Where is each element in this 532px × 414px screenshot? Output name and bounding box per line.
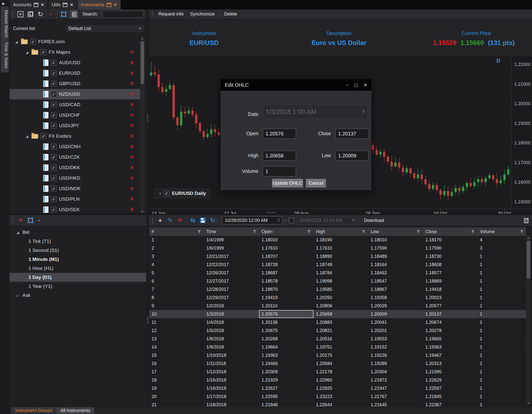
- table-cell[interactable]: 1/15/2018: [204, 376, 259, 384]
- table-cell[interactable]: 1.20309: [259, 368, 313, 376]
- remove-instrument-icon[interactable]: ✕: [130, 81, 134, 87]
- table-cell[interactable]: 21: [149, 401, 204, 407]
- table-cell[interactable]: 1: [477, 335, 526, 343]
- table-cell[interactable]: 1.18687: [259, 269, 313, 277]
- filter-icon[interactable]: [362, 230, 365, 233]
- remove-instrument-icon[interactable]: ✕: [130, 91, 134, 97]
- expander-icon[interactable]: ▷: [16, 294, 20, 297]
- vertical-splitter[interactable]: [146, 9, 149, 407]
- table-cell[interactable]: 1.20806: [313, 302, 368, 310]
- drag-grip-icon[interactable]: [12, 11, 13, 17]
- table-cell[interactable]: 1/4/2018: [204, 318, 259, 326]
- table-row[interactable]: 191/16/20181.226271.228251.219471.225971: [149, 384, 526, 393]
- instrument-tree-item[interactable]: ◢✓FX Majors✕: [9, 47, 140, 57]
- period-tree-item[interactable]: 1 Year (Y1): [9, 282, 146, 291]
- table-cell[interactable]: 12: [149, 327, 204, 335]
- table-cell[interactable]: 17: [149, 368, 204, 376]
- table-cell[interactable]: 1.20136: [259, 318, 313, 326]
- remove-instrument-icon[interactable]: ✕: [130, 196, 134, 202]
- table-cell[interactable]: 1.20516: [313, 335, 368, 343]
- instrument-tree-item[interactable]: ◢✓FX Exotics✕: [9, 131, 140, 141]
- expander-icon[interactable]: ◢: [16, 231, 20, 234]
- delete-period-button[interactable]: ✕: [17, 217, 24, 224]
- expander-icon[interactable]: ◢: [15, 40, 19, 44]
- table-cell[interactable]: 1.20577: [423, 302, 477, 310]
- table-cell[interactable]: 1: [477, 302, 526, 310]
- table-cell[interactable]: 19: [149, 384, 204, 392]
- table-row[interactable]: 412/22/20171.187281.187481.181641.186081: [149, 261, 526, 269]
- table-cell[interactable]: 1/8/2018: [204, 335, 259, 343]
- series-checkbox[interactable]: ✓: [164, 190, 170, 196]
- select-instruments-button[interactable]: [60, 10, 67, 18]
- table-cell[interactable]: 1.19665: [423, 335, 477, 343]
- instrument-tree-item[interactable]: ✓NZD/USD✕: [9, 89, 140, 99]
- table-row[interactable]: 171/12/20181.203091.221781.203041.219951: [149, 368, 526, 376]
- table-cell[interactable]: 1/5/2018: [204, 327, 259, 335]
- remove-instrument-icon[interactable]: ✕: [130, 102, 134, 108]
- scroll-down-icon[interactable]: ▼: [526, 401, 531, 405]
- table-cell[interactable]: 1.18010: [259, 236, 313, 244]
- checkbox[interactable]: ✓: [51, 123, 57, 129]
- table-cell[interactable]: 1/4/1999: [204, 236, 259, 244]
- table-cell[interactable]: 1.18869: [423, 277, 477, 285]
- instrument-tree-item[interactable]: ✓USD/DKK✕: [9, 162, 140, 173]
- table-cell[interactable]: 1: [477, 285, 526, 293]
- minimize-icon[interactable]: –: [346, 82, 348, 88]
- table-cell[interactable]: 1.21846: [259, 401, 313, 407]
- table-row[interactable]: 812/29/20171.194191.202501.193581.200231: [149, 294, 526, 302]
- period-tree-item[interactable]: ◢Bid: [9, 228, 146, 237]
- table-cell[interactable]: 1.19418: [423, 285, 477, 293]
- table-cell[interactable]: 1: [477, 384, 526, 392]
- table-cell[interactable]: 20: [149, 393, 204, 401]
- table-cell[interactable]: 1: [477, 269, 526, 277]
- table-cell[interactable]: 11: [149, 318, 204, 326]
- table-row[interactable]: 111/4/20181.201361.208831.200411.206741: [149, 318, 526, 327]
- update-ohlc-button[interactable]: Update OHLC: [272, 179, 303, 187]
- table-row[interactable]: 161/11/20181.194661.205841.192891.203131: [149, 360, 526, 368]
- table-cell[interactable]: 1: [477, 277, 526, 285]
- instrument-tree-item[interactable]: ✓USD/JPY✕: [9, 120, 140, 131]
- tab-all-instruments[interactable]: All Instruments: [56, 407, 94, 414]
- period-tree-item[interactable]: ▷Ask: [9, 291, 146, 300]
- checkbox[interactable]: ✓: [40, 49, 46, 55]
- instrument-tree-item[interactable]: ✓AUD/USD✕: [9, 57, 140, 68]
- table-cell[interactable]: 1.17590: [368, 244, 423, 252]
- edit-row-button[interactable]: ✎: [166, 217, 174, 224]
- instrument-tree-item[interactable]: ✓USD/NOK✕: [9, 183, 140, 194]
- table-cell[interactable]: 1.21947: [368, 384, 423, 392]
- instrument-tree-item[interactable]: ✓GBP/USD✕: [9, 78, 140, 89]
- volume-field[interactable]: [263, 166, 296, 176]
- table-cell[interactable]: 1.17590: [423, 244, 477, 252]
- table-cell[interactable]: 1.20137: [423, 310, 477, 318]
- remove-instrument-icon[interactable]: ✕: [130, 60, 134, 66]
- table-cell[interactable]: 12/22/2017: [204, 261, 259, 269]
- calendar-picker-icon[interactable]: ⠿: [277, 218, 280, 223]
- table-row[interactable]: 512/26/20171.186871.187841.184621.185771: [149, 269, 526, 277]
- chevron-down-icon[interactable]: ▾: [159, 192, 161, 195]
- table-cell[interactable]: 1.18728: [259, 261, 313, 269]
- table-cell[interactable]: 1/9/2018: [204, 343, 259, 351]
- table-cell[interactable]: 1.21929: [259, 376, 313, 384]
- table-cell[interactable]: 5: [149, 269, 204, 277]
- table-cell[interactable]: 1.20041: [368, 318, 423, 326]
- refresh-button[interactable]: ↻: [37, 10, 44, 18]
- table-cell[interactable]: 1.20201: [368, 327, 423, 335]
- tab-close-icon[interactable]: ✕: [70, 2, 73, 7]
- close-field[interactable]: [335, 129, 369, 139]
- filter-icon[interactable]: [253, 230, 256, 233]
- low-value[interactable]: [336, 153, 368, 159]
- table-cell[interactable]: 1.21845: [423, 393, 477, 401]
- instrument-tree-item[interactable]: ✓USD/SEK✕: [9, 204, 140, 214]
- filter-icon[interactable]: [520, 230, 524, 233]
- table-cell[interactable]: 1.22178: [313, 368, 368, 376]
- table-cell[interactable]: 1.18890: [313, 252, 368, 260]
- table-row[interactable]: 101/3/20181.205761.206581.200091.201371: [149, 310, 526, 318]
- table-cell[interactable]: 1.18010: [368, 236, 423, 244]
- instrument-tree-scrollbar[interactable]: ▲ ▼: [140, 36, 145, 214]
- table-cell[interactable]: 1.19419: [259, 294, 313, 302]
- instrument-tree-item[interactable]: ✓USD/HKD✕: [9, 173, 140, 183]
- table-cell[interactable]: 1.18489: [368, 252, 423, 260]
- table-row[interactable]: 312/21/20171.187071.188901.184891.187301: [149, 252, 526, 261]
- table-row[interactable]: 121/5/20181.206751.208211.202011.202781: [149, 327, 526, 335]
- instrument-tree-item[interactable]: ◢✓FOREX.com: [9, 36, 140, 47]
